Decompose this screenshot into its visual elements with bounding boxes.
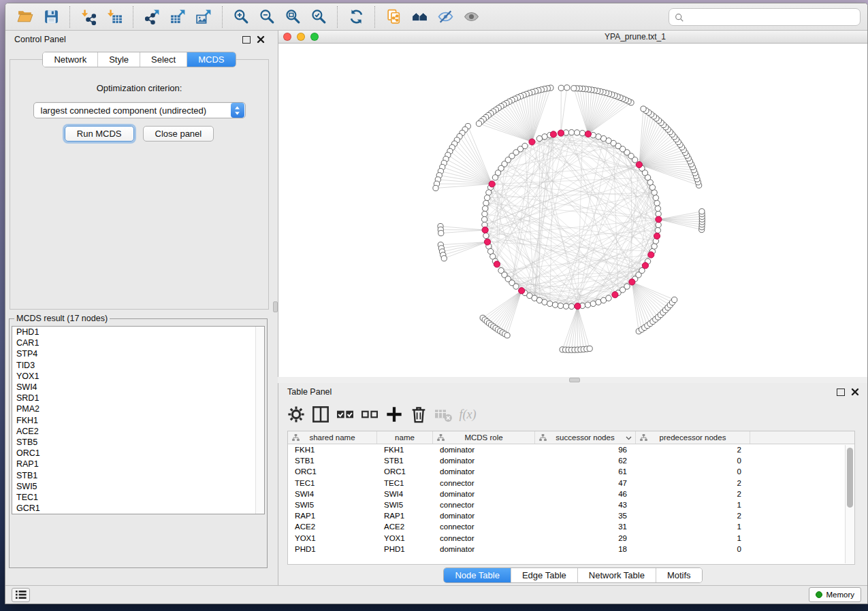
delete-selected-icon[interactable] — [408, 404, 430, 425]
mcds-result-item[interactable]: FKH1 — [12, 415, 264, 426]
tab-style[interactable]: Style — [97, 52, 140, 67]
dropdown-stepper-icon — [231, 103, 244, 118]
vertical-splitter[interactable] — [273, 31, 278, 585]
cell-predecessor-nodes: 2 — [636, 490, 750, 498]
tab-select[interactable]: Select — [140, 52, 187, 67]
column-header-successor-nodes[interactable]: successor nodes — [535, 431, 636, 444]
mcds-result-item[interactable]: PHD1 — [12, 327, 264, 337]
mcds-result-item[interactable]: PMA2 — [12, 403, 264, 414]
toolbar-separator — [133, 6, 133, 28]
new-network-from-selection-icon[interactable] — [382, 6, 405, 28]
cell-MCDS-role: dominator — [433, 446, 535, 454]
scrollbar-thumb[interactable] — [847, 448, 853, 508]
tab-mcds[interactable]: MCDS — [187, 52, 235, 67]
cell-successor-nodes: 35 — [535, 512, 636, 520]
refresh-icon[interactable] — [344, 6, 368, 28]
window-minimize-icon[interactable] — [297, 33, 305, 41]
zoom-fit-icon[interactable] — [281, 6, 304, 28]
close-panel-button[interactable]: Close panel — [143, 126, 214, 142]
mcds-result-item[interactable]: YOX1 — [12, 371, 264, 382]
mcds-result-item[interactable]: ORC1 — [12, 448, 264, 459]
first-neighbors-icon[interactable] — [408, 6, 431, 28]
table-row[interactable]: SWI4SWI4dominator462 — [288, 489, 854, 499]
cell-MCDS-role: connector — [433, 534, 535, 542]
column-header-MCDS-role[interactable]: MCDS role — [433, 431, 535, 444]
select-all-rows-icon[interactable] — [334, 404, 356, 425]
deselect-all-rows-icon[interactable] — [359, 404, 381, 425]
table-row[interactable]: YOX1YOX1connector291 — [288, 533, 854, 544]
export-table-icon[interactable] — [166, 6, 189, 28]
create-column-icon[interactable] — [383, 404, 405, 425]
table-row[interactable]: RAP1RAP1dominator352 — [288, 510, 854, 521]
float-panel-icon[interactable] — [242, 36, 251, 44]
table-row[interactable]: STB1STB1dominator620 — [288, 455, 854, 466]
cell-shared-name: YOX1 — [288, 534, 377, 542]
column-header-predecessor-nodes[interactable]: predecessor nodes — [636, 431, 750, 444]
mcds-result-item[interactable]: CAR1 — [12, 337, 264, 348]
cell-predecessor-nodes: 2 — [636, 479, 750, 487]
column-header-shared-name[interactable]: shared name — [288, 431, 377, 444]
table-row[interactable]: ACE2ACE2connector311 — [288, 521, 854, 532]
window-zoom-icon[interactable] — [310, 33, 319, 41]
show-all-icon[interactable] — [460, 6, 483, 28]
control-panel: Control Panel NetworkStyleSelectMCDS Opt… — [5, 31, 273, 585]
table-mode-gear-icon[interactable] — [285, 404, 307, 425]
splitter-grip-icon[interactable] — [273, 301, 278, 312]
tab-node-table[interactable]: Node Table — [444, 568, 511, 582]
mcds-result-item[interactable]: RAP1 — [12, 459, 264, 469]
tab-motifs[interactable]: Motifs — [656, 568, 702, 582]
mcds-list-scrollbar[interactable] — [255, 327, 264, 514]
hide-selected-icon[interactable] — [434, 6, 457, 28]
export-image-icon[interactable] — [192, 6, 215, 28]
zoom-out-icon[interactable] — [255, 6, 278, 28]
toolbar-separator — [222, 6, 223, 28]
table-row[interactable]: TEC1TEC1connector472 — [288, 478, 854, 489]
mcds-result-item[interactable]: STB5 — [12, 437, 264, 448]
float-panel-icon[interactable] — [837, 389, 845, 396]
optimization-criterion-select[interactable]: largest connected component (undirected) — [33, 102, 246, 118]
tab-network[interactable]: Network — [43, 52, 97, 67]
export-network-icon[interactable] — [140, 6, 163, 28]
import-table-icon[interactable] — [103, 6, 126, 28]
tab-network-table[interactable]: Network Table — [577, 568, 656, 582]
mcds-result-item[interactable]: SRD1 — [12, 393, 264, 403]
table-row[interactable]: FKH1FKH1dominator962 — [288, 444, 854, 455]
cell-name: ACE2 — [377, 523, 433, 531]
import-network-icon[interactable] — [77, 6, 100, 28]
run-mcds-button[interactable]: Run MCDS — [65, 126, 134, 142]
table-row[interactable]: PHD1PHD1dominator180 — [288, 544, 854, 555]
list-icon — [16, 590, 27, 599]
tab-edge-table[interactable]: Edge Table — [511, 568, 577, 582]
close-panel-icon[interactable] — [257, 35, 265, 44]
table-row[interactable]: SWI5SWI5connector431 — [288, 499, 854, 510]
zoom-selected-icon[interactable] — [307, 6, 330, 28]
search-input[interactable] — [669, 8, 861, 26]
task-history-button[interactable] — [12, 588, 30, 602]
window-close-icon[interactable] — [283, 33, 291, 41]
close-panel-icon[interactable] — [851, 388, 859, 396]
cell-shared-name: TEC1 — [288, 479, 377, 487]
table-scrollbar[interactable] — [845, 445, 854, 563]
memory-button[interactable]: Memory — [809, 587, 861, 602]
mcds-result-item[interactable]: GCR1 — [12, 503, 264, 514]
mcds-result-item[interactable]: ACE2 — [12, 426, 264, 437]
horizontal-splitter[interactable] — [278, 377, 867, 383]
cell-shared-name: ACE2 — [288, 523, 377, 531]
open-file-icon[interactable] — [14, 6, 37, 28]
column-header-name[interactable]: name — [377, 431, 433, 444]
mcds-result-item[interactable]: STP4 — [12, 348, 264, 359]
network-canvas[interactable] — [278, 44, 867, 377]
mcds-result-item[interactable]: SWI5 — [12, 481, 264, 492]
mcds-result-item[interactable]: STB1 — [12, 470, 264, 481]
cell-name: RAP1 — [377, 512, 433, 520]
mcds-result-item[interactable]: TEC1 — [12, 492, 264, 503]
mcds-result-item[interactable]: SWI4 — [12, 382, 264, 393]
splitter-grip-icon[interactable] — [569, 378, 580, 382]
control-panel-title: Control Panel — [14, 35, 66, 44]
show-columns-icon[interactable] — [310, 404, 332, 425]
table-row[interactable]: ORC1ORC1dominator610 — [288, 466, 854, 477]
cell-MCDS-role: dominator — [433, 457, 535, 465]
mcds-result-item[interactable]: TID3 — [12, 360, 264, 371]
save-session-icon[interactable] — [39, 6, 63, 28]
zoom-in-icon[interactable] — [229, 6, 253, 28]
